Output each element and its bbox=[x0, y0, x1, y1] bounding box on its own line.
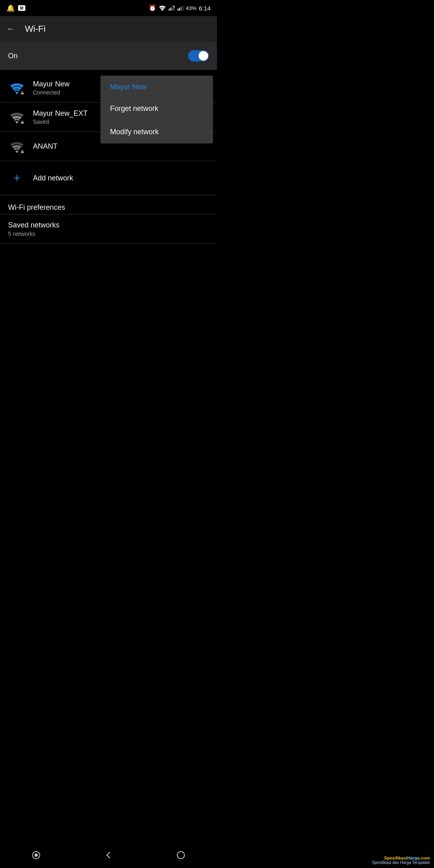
svg-rect-8 bbox=[181, 7, 182, 11]
wifi-icon-1: 🔒 bbox=[9, 81, 25, 94]
saved-networks-item[interactable]: Saved networks 5 networks bbox=[0, 215, 217, 244]
page-title: Wi-Fi bbox=[25, 24, 45, 34]
alarm-icon: ⏰ bbox=[149, 4, 156, 12]
wifi-status-icon bbox=[159, 5, 166, 11]
toolbar: ← Wi-Fi bbox=[0, 16, 217, 42]
status-right-icons: ⏰ 43% 6:14 bbox=[149, 4, 211, 12]
svg-text:🔒: 🔒 bbox=[20, 149, 25, 153]
battery-text: 43% bbox=[186, 5, 197, 11]
wifi-toggle-switch[interactable] bbox=[188, 50, 209, 61]
svg-point-14 bbox=[16, 150, 18, 153]
wifi-icon-3: 🔒 bbox=[9, 139, 25, 153]
status-left-icons: 🔔 M bbox=[6, 4, 25, 12]
wifi-icon-wrap-2: 🔒 bbox=[8, 110, 26, 124]
svg-rect-1 bbox=[169, 9, 170, 11]
wifi-toggle-row[interactable]: On bbox=[0, 42, 217, 70]
modify-network-item[interactable]: Modify network bbox=[100, 121, 213, 143]
signal-cross-icon bbox=[168, 5, 175, 11]
time-text: 6:14 bbox=[199, 5, 211, 12]
context-menu[interactable]: Mayur New Forget network Modify network bbox=[100, 76, 213, 143]
svg-text:🔒: 🔒 bbox=[20, 120, 25, 124]
signal-icon bbox=[177, 5, 184, 11]
wifi-icon-2: 🔒 bbox=[9, 110, 25, 124]
svg-text:🔒: 🔒 bbox=[20, 91, 25, 94]
divider-6 bbox=[0, 244, 217, 244]
svg-rect-6 bbox=[178, 9, 178, 11]
toggle-label: On bbox=[8, 52, 18, 60]
svg-point-10 bbox=[16, 92, 18, 94]
back-button[interactable]: ← bbox=[6, 24, 15, 34]
svg-rect-2 bbox=[170, 8, 171, 10]
svg-rect-9 bbox=[182, 6, 183, 10]
svg-point-0 bbox=[162, 10, 163, 11]
wifi-preferences-title: Wi-Fi preferences bbox=[8, 203, 209, 212]
gmail-icon: M bbox=[18, 5, 25, 11]
notification-icon: 🔔 bbox=[6, 4, 15, 12]
saved-networks-subtitle: 5 networks bbox=[8, 231, 209, 237]
wifi-preferences-item[interactable]: Wi-Fi preferences bbox=[0, 195, 217, 214]
svg-point-12 bbox=[16, 121, 18, 123]
add-network-item[interactable]: + Add network bbox=[0, 161, 217, 195]
context-menu-title: Mayur New bbox=[100, 76, 213, 97]
add-network-icon: + bbox=[8, 169, 26, 187]
svg-rect-7 bbox=[179, 8, 180, 10]
add-network-label: Add network bbox=[33, 174, 73, 182]
svg-rect-3 bbox=[172, 7, 173, 11]
toggle-knob bbox=[199, 51, 208, 61]
wifi-icon-wrap-3: 🔒 bbox=[8, 139, 26, 153]
forget-network-item[interactable]: Forget network bbox=[100, 97, 213, 120]
wifi-icon-wrap-1: 🔒 bbox=[8, 81, 26, 94]
saved-networks-title: Saved networks bbox=[8, 221, 209, 229]
status-bar: 🔔 M ⏰ 43% 6:14 bbox=[0, 0, 217, 16]
